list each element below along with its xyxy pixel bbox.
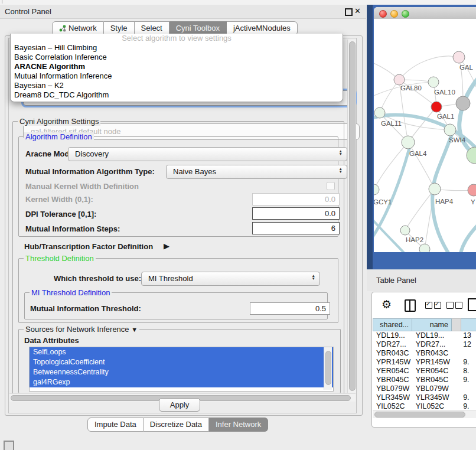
hub-section-toggle[interactable]: Hub/Transcription Factor Definition <box>24 242 153 251</box>
dpi-tolerance-label: DPI Tolerance [0,1]: <box>25 210 96 219</box>
network-edge <box>374 144 410 239</box>
aracne-mode-combobox[interactable]: Discovery ▲▼ <box>68 147 347 161</box>
top-strip <box>0 0 476 5</box>
table-row[interactable]: YPR145WYPR145W9. <box>373 358 476 367</box>
zoom-traffic-light-icon[interactable] <box>402 10 409 18</box>
network-node-gcy1[interactable] <box>374 184 379 195</box>
table-row[interactable]: YBR045CYBR045C9. <box>373 376 476 384</box>
close-traffic-light-icon[interactable] <box>379 10 387 18</box>
table-cell: 9. <box>461 402 476 410</box>
column-header-filler <box>452 318 461 331</box>
show-checked-icon[interactable] <box>425 302 443 311</box>
network-node-gal4[interactable] <box>402 136 415 149</box>
sources-group-title: Sources for Network Inference ▼ <box>24 325 139 334</box>
tab-infer-network[interactable]: Infer Network <box>209 418 268 432</box>
close-icon[interactable]: ✕ <box>354 6 361 15</box>
network-icon <box>59 25 66 32</box>
data-attribute-item[interactable]: TopologicalCoefficient <box>30 357 333 367</box>
table-row[interactable]: YBL079WYBL079W <box>373 384 476 393</box>
table-cell: YPR145W <box>412 358 452 367</box>
table-cell <box>451 340 461 349</box>
table-row[interactable]: YDR27...YDR27...12 <box>373 340 476 349</box>
table-cell <box>451 331 461 340</box>
settings-gear-icon[interactable]: ⚙ <box>382 298 392 311</box>
manual-kernel-checkbox[interactable] <box>327 182 335 190</box>
algorithm-option[interactable]: Basic Correlation Inference <box>11 53 343 62</box>
network-node-gal10[interactable] <box>428 77 439 87</box>
table-hscroll-thumb[interactable] <box>374 412 465 418</box>
chevron-down-icon[interactable]: ▼ <box>131 326 138 333</box>
table-cell: YDR27... <box>412 340 452 349</box>
network-node-label: GAL11 <box>381 120 402 127</box>
network-window[interactable]: GALGAL80GAL10GAL1GAL11SWI4GAL4GCY1HAP4YH… <box>374 7 476 252</box>
network-canvas[interactable]: GALGAL80GAL10GAL1GAL11SWI4GAL4GCY1HAP4YH… <box>374 19 476 252</box>
table-hscrollbar[interactable] <box>373 410 476 418</box>
which-threshold-value: MI Threshold <box>148 274 193 283</box>
table-panel-title: Table Panel <box>376 276 416 285</box>
table-cell: YDR27... <box>373 340 412 349</box>
network-node[interactable] <box>419 244 430 252</box>
data-attribute-item[interactable]: SelfLoops <box>30 347 333 357</box>
table-row[interactable]: YIL052CYIL052C9. <box>373 402 476 410</box>
settings-scroll-thumb[interactable] <box>349 41 356 391</box>
table-row[interactable]: YDL19...YDL19...13 <box>373 331 476 340</box>
network-node-label: GAL1 <box>437 113 454 120</box>
network-node-hap4[interactable] <box>429 183 441 195</box>
mi-threshold-field[interactable]: 0.5 <box>250 302 330 315</box>
float-window-icon[interactable] <box>345 8 353 16</box>
chevron-right-icon[interactable]: ▶ <box>164 242 169 250</box>
table-row[interactable]: YBR043CYBR043C <box>373 349 476 358</box>
algorithm-option[interactable]: Dream8 DC_TDC Algorithm <box>11 90 343 100</box>
table-cell: YER054C <box>412 367 452 376</box>
threshold-definition-title: Threshold Definition <box>24 254 96 263</box>
table-row[interactable]: YLR345WYLR345W9. <box>373 393 476 402</box>
column-header-name[interactable]: name <box>412 318 452 331</box>
table-body: YDL19...YDL19...13YDR27...YDR27...12YBR0… <box>373 331 476 410</box>
network-window-titlebar[interactable] <box>374 7 476 19</box>
algorithm-option[interactable]: ARACNE Algorithm <box>11 62 343 71</box>
tab-impute-data[interactable]: Impute Data <box>87 418 144 432</box>
mi-steps-field[interactable]: 6 <box>252 222 340 234</box>
network-node-gal1[interactable] <box>431 102 442 112</box>
tab-label: Cyni Toolbox <box>176 24 220 32</box>
float-panel-icon[interactable] <box>4 441 14 450</box>
network-node-swi4[interactable] <box>444 124 456 136</box>
data-attribute-item[interactable]: gal4RGexp <box>30 377 333 387</box>
split-columns-icon[interactable] <box>405 299 416 312</box>
column-header-partial[interactable] <box>461 318 476 331</box>
algorithm-option[interactable]: Bayesian – Hill Climbing <box>11 43 343 53</box>
network-node-gal[interactable] <box>453 51 465 63</box>
network-node-label: Y <box>471 198 475 206</box>
data-attributes-list: SelfLoopsTopologicalCoefficientBetweenne… <box>29 347 334 392</box>
attr-list-scrollbar[interactable] <box>324 347 332 390</box>
table-cell: YLR345W <box>373 393 412 402</box>
network-edge <box>405 189 435 230</box>
mi-type-combobox[interactable]: Naive Bayes ▲▼ <box>166 165 347 179</box>
network-node-y[interactable] <box>468 184 476 196</box>
attr-list-scroll-thumb[interactable] <box>325 351 331 385</box>
network-node-gal80[interactable] <box>394 74 405 85</box>
network-node-gal11[interactable] <box>374 107 385 118</box>
kernel-width-label: Kernel Width (0,1): <box>25 195 93 204</box>
table-cell: 13 <box>461 331 476 340</box>
network-node-hap2[interactable] <box>400 226 410 235</box>
combo-arrows-icon: ▲▼ <box>312 274 315 280</box>
minimize-traffic-light-icon[interactable] <box>390 10 398 18</box>
network-node[interactable] <box>456 96 470 110</box>
network-node-label: GAL <box>459 64 474 71</box>
tab-discretize-data[interactable]: Discretize Data <box>144 418 209 432</box>
settings-scrollbar[interactable] <box>347 40 356 393</box>
network-edge <box>461 223 476 252</box>
algorithm-option[interactable]: Bayesian – K2 <box>11 81 343 90</box>
kernel-width-field[interactable]: 0.0 <box>252 193 340 206</box>
data-attribute-item[interactable]: BetweennessCentrality <box>30 367 333 377</box>
which-threshold-combobox[interactable]: MI Threshold ▲▼ <box>141 272 320 286</box>
dpi-tolerance-field[interactable]: 0.0 <box>252 207 340 220</box>
export-table-icon[interactable] <box>468 298 476 311</box>
show-unchecked-icon[interactable] <box>446 302 464 311</box>
algorithm-option[interactable]: Mutual Information Inference <box>11 71 343 81</box>
column-header-shared-name[interactable]: shared... <box>373 318 412 331</box>
apply-button[interactable]: Apply <box>159 398 200 412</box>
table-row[interactable]: YER054CYER054C8. <box>373 367 476 376</box>
tab-label: jActiveMNodules <box>233 24 291 32</box>
